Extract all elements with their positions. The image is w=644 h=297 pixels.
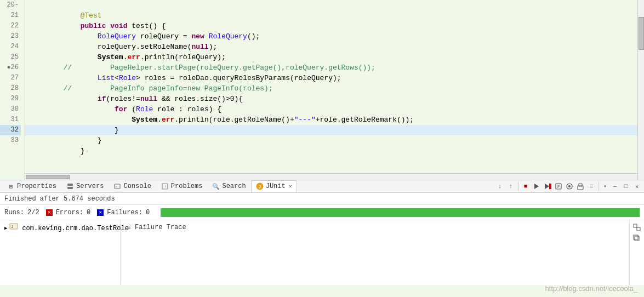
- code-line-33: }: [25, 135, 644, 146]
- tab-console-label: Console: [123, 182, 151, 190]
- tab-servers-label: Servers: [76, 182, 104, 190]
- line-num-23: 23: [0, 31, 21, 42]
- svg-rect-1: [67, 187, 73, 189]
- junit-status-text: Finished after 5.674 seconds: [4, 195, 115, 203]
- pin-btn[interactable]: [565, 181, 574, 191]
- problems-icon: !: [161, 182, 169, 190]
- errors-label: Errors:: [56, 209, 83, 216]
- svg-rect-10: [549, 184, 551, 189]
- scrollbar-thumb-v[interactable]: [639, 17, 644, 50]
- svg-marker-8: [534, 184, 539, 189]
- tab-junit-label: JUnit: [266, 182, 286, 190]
- junit-failure-trace: ≡ Failure Trace: [121, 220, 629, 285]
- toolbar-separator-1: [518, 182, 518, 191]
- tab-properties[interactable]: ⊞ Properties: [2, 180, 61, 192]
- junit-progress-container: [161, 208, 640, 217]
- minimize-panel-btn[interactable]: —: [610, 181, 620, 191]
- errors-value: 0: [87, 209, 90, 216]
- junit-stats-bar: Runs: 2/2 ✕ Errors: 0 ✕ Failures: 0: [0, 205, 644, 220]
- tab-dropdown-btn[interactable]: ▾: [601, 181, 609, 192]
- line-num-33: 33: [0, 135, 21, 146]
- errors-section: ✕ Errors: 0: [46, 209, 98, 216]
- line-num-32: 32: [0, 125, 21, 135]
- failure-trace-header: ≡ Failure Trace: [125, 222, 625, 232]
- svg-rect-0: [67, 184, 73, 186]
- vertical-scrollbar[interactable]: [637, 0, 644, 180]
- horizontal-scrollbar[interactable]: [25, 173, 637, 180]
- maximize-panel-btn[interactable]: □: [621, 181, 631, 191]
- collapse-all-btn[interactable]: [575, 181, 585, 191]
- scrollbar-thumb-h[interactable]: [26, 175, 70, 179]
- failure-trace-label: Failure Trace: [135, 224, 186, 231]
- line-num-28: 28: [0, 83, 21, 94]
- junit-expand-btn[interactable]: [632, 222, 642, 232]
- svg-rect-24: [634, 235, 638, 239]
- runs-value: 2/2: [27, 209, 39, 216]
- rerun-failed-btn[interactable]: [543, 181, 552, 191]
- tab-servers[interactable]: Servers: [61, 180, 109, 192]
- svg-rect-21: [634, 224, 637, 227]
- tab-bar-toolbar: ↓ ↑ ■ ≡ ▾ — □ ✕: [495, 181, 642, 192]
- junit-test-tree: ▶ J com.keving.crm.dao.TestRole: [0, 220, 121, 285]
- svg-text:J: J: [11, 224, 14, 229]
- toolbar-separator-2: [599, 182, 599, 191]
- runs-section: Runs: 2/2: [4, 209, 46, 216]
- tab-console[interactable]: >_ Console: [109, 180, 156, 192]
- line-num-30: 30: [0, 104, 21, 115]
- svg-rect-22: [637, 227, 640, 231]
- failures-section: ✕ Failures: 0: [97, 209, 156, 216]
- expand-btn[interactable]: ≡: [586, 181, 596, 191]
- line-num-26: ●26: [0, 62, 21, 73]
- tab-problems-label: Problems: [171, 182, 203, 190]
- line-numbers: 20- 21 22 23 24 25 ●26 27 28 29 30 31 32…: [0, 0, 25, 180]
- search-icon: 🔍: [212, 182, 220, 190]
- console-icon: >_: [113, 182, 121, 190]
- line-num-25: 25: [0, 52, 21, 62]
- line-num-20: 20-: [0, 0, 21, 10]
- rerun-btn[interactable]: [532, 181, 542, 191]
- watermark: http://blog.csdn.net/icecoola_: [545, 284, 637, 293]
- line-num-27: 27: [0, 73, 21, 83]
- line-num-31: 31: [0, 115, 21, 125]
- svg-text:J: J: [258, 185, 261, 190]
- junit-tree-item-root[interactable]: ▶ J com.keving.crm.dao.TestRole: [0, 222, 120, 235]
- tab-search-label: Search: [222, 182, 246, 190]
- watermark-text: http://blog.csdn.net/icecoola_: [545, 284, 637, 293]
- line-num-21: 21: [0, 10, 21, 21]
- prev-failure-btn[interactable]: ↑: [506, 181, 516, 191]
- svg-text:!: !: [164, 184, 167, 189]
- code-line-20: @Test: [25, 0, 644, 10]
- history-btn[interactable]: [554, 181, 563, 191]
- tab-problems[interactable]: ! Problems: [156, 180, 208, 192]
- failure-trace-icon: ≡: [125, 224, 133, 231]
- junit-status-line: Finished after 5.674 seconds: [0, 193, 644, 205]
- failures-label: Failures:: [107, 209, 143, 216]
- junit-right-toolbar: [629, 220, 644, 285]
- tab-search[interactable]: 🔍 Search: [207, 180, 250, 192]
- tab-junit-close[interactable]: ✕: [289, 183, 292, 190]
- line-num-29: 29: [0, 94, 21, 104]
- junit-progress-fill: [161, 208, 640, 217]
- junit-test-class-icon: J: [9, 222, 18, 235]
- tab-junit[interactable]: J JUnit ✕: [251, 180, 297, 192]
- svg-marker-9: [545, 184, 549, 189]
- tree-arrow-icon: ▶: [4, 226, 7, 231]
- line-num-22: 22: [0, 21, 21, 31]
- code-content[interactable]: @Test public void test() { RoleQuery rol…: [25, 0, 644, 180]
- tab-properties-label: Properties: [17, 182, 56, 190]
- runs-label: Runs:: [4, 209, 24, 216]
- junit-icon: J: [256, 182, 264, 190]
- svg-text:>_: >_: [115, 185, 119, 189]
- stop-btn[interactable]: ■: [521, 181, 531, 191]
- bottom-tab-bar: ⊞ Properties Servers >_ Console ! Proble…: [0, 180, 644, 193]
- junit-restore-btn[interactable]: [632, 233, 642, 243]
- junit-tree-item-label: com.keving.crm.dao.TestRole: [22, 222, 128, 235]
- failures-value: 0: [146, 209, 150, 216]
- close-panel-btn[interactable]: ✕: [632, 181, 642, 191]
- code-editor: 20- 21 22 23 24 25 ●26 27 28 29 30 31 32…: [0, 0, 644, 180]
- next-failure-btn[interactable]: ↓: [495, 181, 505, 191]
- errors-icon: ✕: [46, 209, 53, 216]
- junit-panel: Finished after 5.674 seconds Runs: 2/2 ✕…: [0, 193, 644, 285]
- svg-rect-23: [635, 236, 639, 241]
- code-line-21: public void test() {: [25, 10, 644, 21]
